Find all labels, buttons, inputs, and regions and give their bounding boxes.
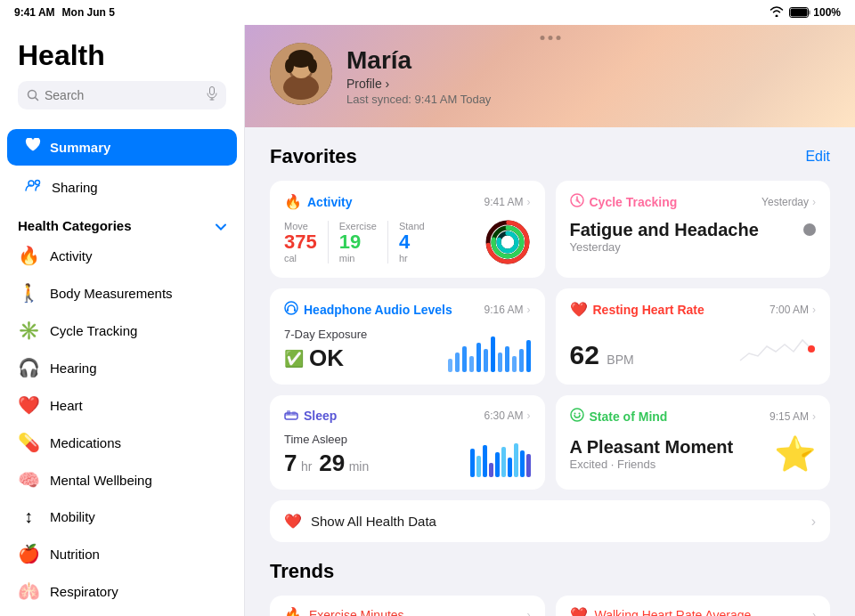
sidebar-item-heart[interactable]: ❤️ Heart: [0, 386, 244, 424]
categories-chevron-icon[interactable]: [216, 219, 226, 233]
activity-card-icon: 🔥: [284, 193, 302, 210]
sidebar-item-mental-wellbeing[interactable]: 🧠 Mental Wellbeing: [0, 461, 244, 498]
trend-exercise-chevron-icon: ›: [527, 609, 531, 617]
headphone-bar: [476, 343, 481, 372]
body-measurements-label: Body Measurements: [50, 286, 173, 301]
cycle-tracking-card[interactable]: Cycle Tracking Yesterday › Fatigue and H…: [556, 181, 831, 278]
svg-point-6: [36, 181, 40, 185]
cycle-card-icon: [570, 193, 584, 211]
status-left: 9:41 AM Mon Jun 5: [14, 6, 115, 19]
mind-card-header: State of Mind 9:15 AM ›: [570, 408, 817, 426]
sleep-content: Time Asleep 7 hr 29 min: [284, 433, 531, 477]
sleep-card-title: Sleep: [304, 409, 337, 423]
headphone-bar: [512, 356, 517, 372]
mobility-icon: ↕️: [18, 507, 39, 527]
sidebar-item-activity[interactable]: 🔥 Activity: [0, 237, 244, 274]
svg-point-13: [308, 59, 317, 73]
sleep-bar: [508, 458, 512, 477]
sidebar-item-cycle-tracking[interactable]: ✳️ Cycle Tracking: [0, 312, 244, 349]
ok-value: OK: [309, 344, 344, 372]
cycle-indicator-dot: [803, 223, 816, 236]
cycle-title-row: Cycle Tracking: [570, 193, 678, 211]
sidebar-item-medications[interactable]: 💊 Medications: [0, 424, 244, 461]
search-input[interactable]: [45, 88, 201, 102]
svg-point-9: [283, 75, 319, 100]
activity-stats-row: Move 375 cal Exercise 19 min Stand 4: [284, 219, 531, 265]
activity-card-time: 9:41 AM: [484, 196, 523, 208]
heart-rate-card-time: 7:00 AM: [770, 304, 809, 316]
mind-star-icon: ⭐: [774, 434, 816, 474]
activity-icon: 🔥: [18, 245, 39, 266]
mind-card-icon: [570, 408, 584, 426]
svg-point-31: [578, 413, 580, 415]
trend-exercise-label: Exercise Minutes: [309, 608, 404, 617]
trend-exercise-minutes[interactable]: 🔥 Exercise Minutes ›: [270, 596, 545, 616]
heart-rate-card[interactable]: ❤️ Resting Heart Rate 7:00 AM › 62 BPM: [556, 288, 831, 385]
sidebar-item-sharing[interactable]: Sharing: [7, 169, 237, 206]
sleep-bar-chart: [470, 442, 531, 477]
headphone-bar-chart: [448, 336, 531, 372]
sidebar-item-summary[interactable]: Summary: [7, 129, 237, 166]
sleep-hr-label: hr: [301, 459, 315, 474]
activity-title-row: 🔥 Activity: [284, 193, 353, 210]
profile-sync: Last synced: 9:41 AM Today: [346, 93, 491, 106]
headphone-bar: [455, 353, 460, 372]
sleep-bar: [476, 456, 481, 477]
activity-chevron-icon: ›: [527, 196, 531, 208]
heart-nav-icon: [25, 138, 41, 157]
sidebar-item-hearing[interactable]: 🎧 Hearing: [0, 349, 244, 386]
nutrition-icon: 🍎: [18, 543, 39, 564]
sleep-label: Time Asleep: [284, 433, 369, 446]
svg-rect-4: [210, 87, 215, 95]
mind-card-title: State of Mind: [590, 409, 668, 424]
app-container: Health: [0, 25, 855, 616]
trend-heart-label: Walking Heart Rate Average: [595, 608, 752, 617]
favorites-grid: 🔥 Activity 9:41 AM › Move 375 cal: [270, 181, 830, 490]
sidebar-item-body-measurements[interactable]: 🚶 Body Measurements: [0, 274, 244, 312]
main-content: María Profile › Last synced: 9:41 AM Tod…: [245, 25, 855, 616]
stand-unit: hr: [399, 253, 425, 263]
heart-rate-content: 62 BPM: [570, 327, 817, 370]
sidebar-item-sleep[interactable]: 🛏 Sleep: [0, 610, 244, 616]
heart-rate-card-title: Resting Heart Rate: [593, 303, 704, 317]
heart-label: Heart: [50, 398, 83, 413]
health-categories-header: Health Categories: [0, 207, 244, 237]
search-icon: [27, 89, 39, 101]
state-of-mind-card[interactable]: State of Mind 9:15 AM › A Pleasant Momen…: [556, 395, 831, 490]
heart-rate-chart: [736, 327, 816, 370]
search-bar[interactable]: [18, 81, 226, 109]
sidebar-item-respiratory[interactable]: 🫁 Respiratory: [0, 572, 244, 610]
activity-card-header: 🔥 Activity 9:41 AM ›: [284, 193, 531, 210]
edit-button[interactable]: Edit: [805, 149, 830, 165]
activity-card-title: Activity: [307, 195, 353, 209]
mind-chevron-icon: ›: [812, 410, 816, 423]
sidebar-item-nutrition[interactable]: 🍎 Nutrition: [0, 535, 244, 572]
svg-rect-24: [294, 309, 296, 312]
cycle-symptom: Fatigue and Headache: [570, 220, 759, 240]
headphone-card[interactable]: Headphone Audio Levels 9:16 AM › 7-Day E…: [270, 288, 545, 385]
sleep-minutes: 29: [319, 450, 345, 476]
sleep-card[interactable]: Sleep 6:30 AM › Time Asleep 7 hr: [270, 395, 545, 490]
trends-title: Trends: [270, 560, 334, 583]
sleep-bar: [501, 447, 506, 477]
health-categories-title: Health Categories: [18, 218, 132, 233]
status-time: 9:41 AM: [14, 6, 55, 19]
trend-walking-heart-rate[interactable]: ❤️ Walking Heart Rate Average ›: [556, 596, 831, 616]
heart-rate-icon: ❤️: [570, 301, 588, 318]
svg-point-25: [808, 345, 815, 353]
sidebar-header: Health: [0, 25, 244, 127]
sharing-icon: [25, 178, 43, 197]
cycle-content: Fatigue and Headache Yesterday: [570, 220, 817, 254]
show-all-health-row[interactable]: ❤️ Show All Health Data ›: [270, 500, 830, 542]
sidebar: Health: [0, 25, 245, 616]
profile-avatar[interactable]: [270, 43, 332, 105]
sleep-bar: [526, 454, 531, 477]
profile-link[interactable]: Profile ›: [346, 77, 491, 91]
profile-name: María: [346, 46, 491, 75]
sidebar-item-mobility[interactable]: ↕️ Mobility: [0, 498, 244, 535]
trends-title-row: Trends: [270, 560, 830, 583]
activity-card[interactable]: 🔥 Activity 9:41 AM › Move 375 cal: [270, 181, 545, 278]
ok-check-icon: ✅: [284, 349, 304, 369]
avatar-image: [270, 43, 332, 105]
headphone-bar: [462, 346, 467, 372]
